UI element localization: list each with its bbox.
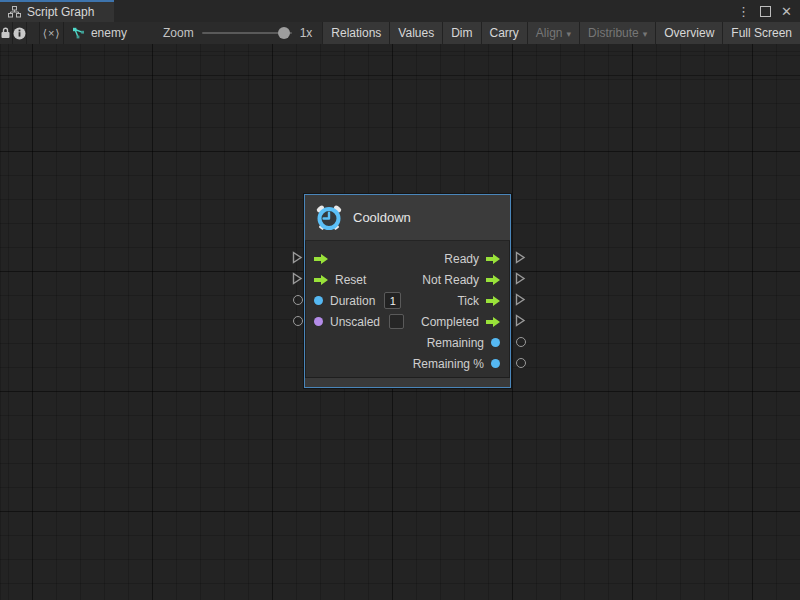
unscaled-port-outer[interactable]	[291, 314, 304, 327]
cooldown-node-group: Cooldown Ready	[288, 194, 530, 388]
port-row: Remaining	[305, 332, 510, 353]
zoom-label: Zoom	[163, 26, 194, 40]
unscaled-label: Unscaled	[330, 315, 380, 329]
node-footer	[305, 377, 510, 387]
remaining-label: Remaining	[427, 336, 484, 350]
maximize-icon[interactable]	[760, 6, 771, 17]
tab-script-graph[interactable]: Script Graph	[0, 0, 114, 22]
remaining-pct-port-outer[interactable]	[514, 356, 527, 369]
align-button[interactable]: Align ▾	[527, 22, 579, 44]
tab-label: Script Graph	[27, 5, 94, 19]
breadcrumb-label: enemy	[91, 26, 127, 40]
graph-canvas[interactable]: Cooldown Ready	[0, 44, 800, 600]
zoom-value: 1x	[300, 26, 313, 40]
tick-label: Tick	[457, 294, 479, 308]
duration-port-outer[interactable]	[291, 293, 304, 306]
toolbar-spacer	[27, 22, 41, 44]
zoom-slider[interactable]	[202, 22, 292, 44]
close-icon[interactable]: ✕	[781, 5, 792, 18]
flow-input-arrow-icon[interactable]	[314, 254, 328, 264]
ready-port-outer[interactable]	[514, 251, 527, 264]
duration-port-icon[interactable]	[314, 296, 323, 305]
node-header[interactable]: Cooldown	[305, 195, 510, 241]
breadcrumb[interactable]: enemy	[64, 22, 141, 44]
node-body: Ready Reset Not Ready	[305, 241, 510, 377]
zoom-slider-handle[interactable]	[278, 27, 290, 39]
reset-port-outer[interactable]	[291, 272, 304, 285]
code-icon: ⟨×⟩	[43, 27, 61, 40]
tab-bar: Script Graph ⋮ ✕	[0, 0, 800, 22]
reset-arrow-icon[interactable]	[314, 275, 328, 285]
fullscreen-button[interactable]: Full Screen	[722, 22, 800, 44]
toolbar-buttons: Relations Values Dim Carry Align ▾ Distr…	[322, 22, 800, 44]
unscaled-checkbox[interactable]	[389, 314, 404, 329]
values-button[interactable]: Values	[389, 22, 442, 44]
distribute-button[interactable]: Distribute ▾	[579, 22, 655, 44]
zoom-control: Zoom 1x	[141, 22, 322, 44]
completed-arrow-icon[interactable]	[486, 317, 500, 327]
tick-arrow-icon[interactable]	[486, 296, 500, 306]
relations-button[interactable]: Relations	[322, 22, 389, 44]
lock-icon	[0, 27, 11, 39]
dropdown-arrow-icon: ▾	[643, 30, 648, 39]
cooldown-node[interactable]: Cooldown Ready	[304, 194, 511, 388]
remaining-pct-label: Remaining %	[413, 357, 484, 371]
port-row: Remaining %	[305, 353, 510, 374]
port-row: Ready	[305, 248, 510, 269]
code-button[interactable]: ⟨×⟩	[40, 22, 64, 44]
info-icon	[13, 27, 26, 40]
completed-label: Completed	[421, 315, 479, 329]
window-controls: ⋮ ✕	[737, 0, 800, 22]
ready-label: Ready	[444, 252, 479, 266]
info-button[interactable]	[13, 22, 27, 44]
completed-port-outer[interactable]	[514, 314, 527, 327]
duration-input[interactable]: 1	[384, 292, 401, 309]
flow-input-port-outer[interactable]	[291, 251, 304, 264]
not-ready-port-outer[interactable]	[514, 272, 527, 285]
remaining-port-icon[interactable]	[491, 338, 500, 347]
reset-label: Reset	[335, 273, 366, 287]
not-ready-label: Not Ready	[422, 273, 479, 287]
tick-port-outer[interactable]	[514, 293, 527, 306]
dim-button[interactable]: Dim	[442, 22, 480, 44]
port-row: Unscaled Completed	[305, 311, 510, 332]
ready-arrow-icon[interactable]	[486, 254, 500, 264]
carry-button[interactable]: Carry	[481, 22, 527, 44]
graph-hierarchy-icon	[8, 6, 21, 18]
port-row: Reset Not Ready	[305, 269, 510, 290]
menu-icon[interactable]: ⋮	[737, 5, 750, 18]
overview-button[interactable]: Overview	[655, 22, 722, 44]
not-ready-arrow-icon[interactable]	[486, 275, 500, 285]
duration-label: Duration	[330, 294, 375, 308]
lock-button[interactable]	[0, 22, 13, 44]
alarm-clock-icon	[315, 204, 343, 232]
remaining-pct-port-icon[interactable]	[491, 359, 500, 368]
node-title: Cooldown	[353, 210, 411, 225]
port-row: Duration 1 Tick	[305, 290, 510, 311]
dropdown-arrow-icon: ▾	[567, 30, 572, 39]
unscaled-port-icon[interactable]	[314, 317, 323, 326]
remaining-port-outer[interactable]	[514, 335, 527, 348]
graph-reference-icon	[72, 27, 86, 40]
toolbar: ⟨×⟩ enemy Zoom 1x Relations Values Dim C…	[0, 22, 800, 45]
